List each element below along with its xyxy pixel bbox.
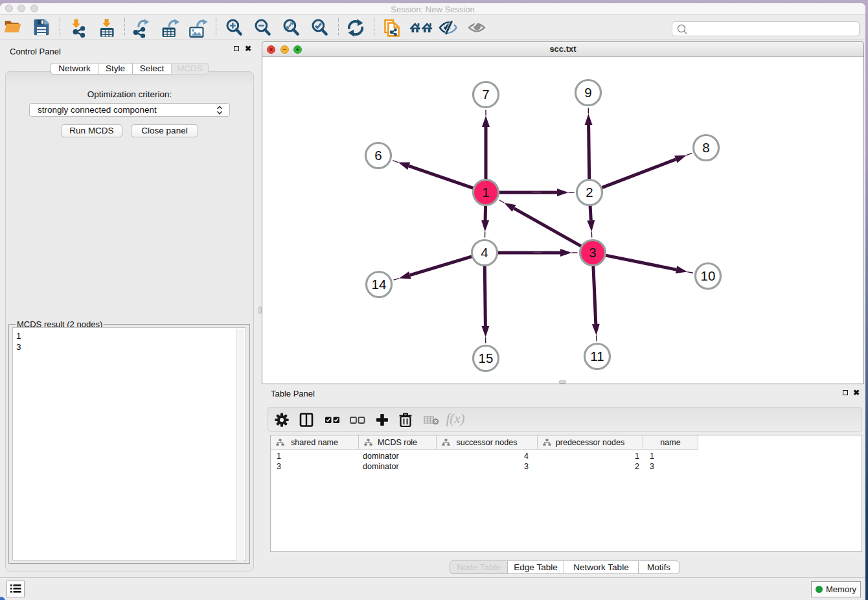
- svg-text:9: 9: [584, 85, 591, 100]
- svg-text:10: 10: [701, 268, 716, 283]
- svg-text:14: 14: [372, 277, 387, 292]
- svg-text:4: 4: [481, 245, 488, 260]
- svg-text:11: 11: [590, 349, 604, 363]
- svg-text:1: 1: [482, 185, 489, 200]
- svg-text:3: 3: [589, 245, 596, 260]
- svg-text:7: 7: [482, 87, 489, 102]
- svg-text:15: 15: [479, 351, 494, 365]
- svg-text:2: 2: [586, 185, 593, 200]
- svg-text:6: 6: [374, 148, 382, 163]
- svg-text:8: 8: [702, 140, 709, 155]
